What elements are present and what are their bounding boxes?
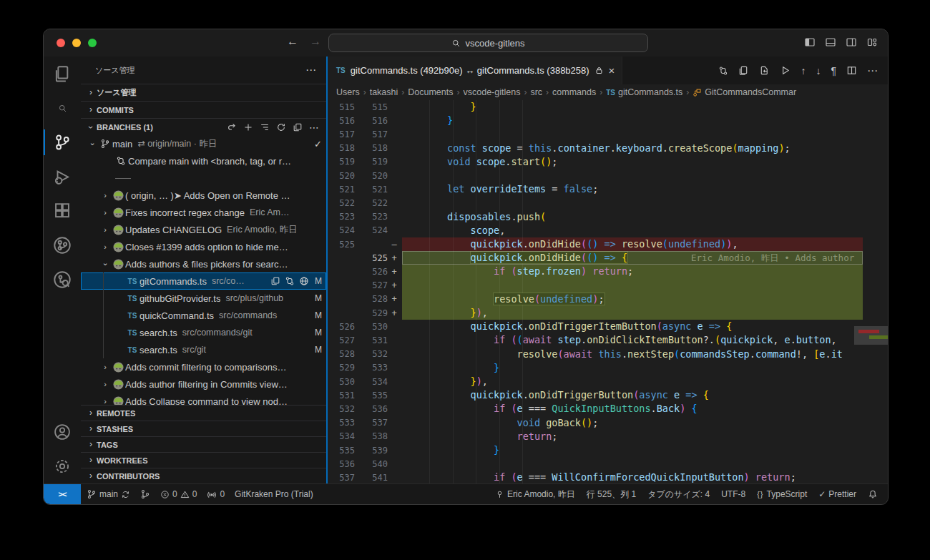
code-line-524[interactable]: 524524 scope, <box>326 224 888 237</box>
code-line-523[interactable]: 523523 disposables.push( <box>326 210 888 224</box>
code-line-532[interactable]: 528532 resolve(await this.nextStep(comma… <box>326 348 888 361</box>
code-line-534[interactable]: 530534 }), <box>326 375 888 388</box>
status-notifications[interactable] <box>863 484 882 504</box>
open-changes-icon[interactable] <box>738 65 749 76</box>
code-line-526[interactable]: 526+ if (step.frozen) return; <box>326 265 888 278</box>
chevron-right-icon[interactable]: › <box>99 225 111 234</box>
breadcrumb-item-gitcommandscommar[interactable]: GitCommandsCommar <box>692 87 796 97</box>
chevron-right-icon[interactable]: › <box>99 363 111 371</box>
tree-row-search.ts[interactable]: TSsearch.tssrc/gitM <box>81 341 326 358</box>
tree-row-compare-main-with-branc[interactable]: Compare main with <branch, tag, or r… <box>81 152 326 170</box>
split-editor-icon[interactable] <box>846 65 857 76</box>
breadcrumb-item-commands[interactable]: commands <box>552 87 596 97</box>
status-encoding[interactable]: UTF-8 <box>717 484 750 504</box>
breadcrumb-item-vscode-gitlens[interactable]: vscode-gitlens <box>464 87 521 97</box>
status-problems[interactable]: 00 <box>156 484 201 504</box>
code-line-525[interactable]: 525+ quickpick.onDidHide(() => {Eric Amo… <box>326 251 888 265</box>
tree-row-adds-authors-files-pic[interactable]: ⌄Adds authors & files pickers for searc… <box>81 255 326 272</box>
close-window-button[interactable] <box>57 39 65 47</box>
code-line-541[interactable]: 537541 if (e === WillConfirmForcedQuickI… <box>326 471 888 483</box>
activity-bar-item-source-control[interactable] <box>44 125 81 159</box>
duplicate-icon[interactable] <box>270 276 280 286</box>
more-icon[interactable]: ⋯ <box>867 64 878 77</box>
minimize-window-button[interactable] <box>72 39 81 47</box>
code-line-515[interactable]: 515515 } <box>326 100 888 114</box>
more-actions-icon[interactable]: ⋯ <box>305 64 316 77</box>
code-line-537[interactable]: 533537 void goBack(); <box>326 416 888 430</box>
close-tab-icon[interactable]: × <box>609 64 615 77</box>
code-line-538[interactable]: 534538 return; <box>326 430 888 443</box>
tree-row-closes-1399-adds-option[interactable]: ›Closes #1399 adds option to hide me… <box>81 238 326 255</box>
pane-TAGS[interactable]: ›TAGS <box>81 436 326 452</box>
tree-row-fixes-incorrect-regex-ch[interactable]: ›Fixes incorrect regex changeEric Am… <box>81 204 326 221</box>
tree-row-search.ts[interactable]: TSsearch.tssrc/commands/gitM <box>81 324 326 341</box>
breadcrumb-item-src[interactable]: src <box>530 87 542 97</box>
pane-branches[interactable]: ›BRANCHES (1)⋯ <box>81 118 326 135</box>
code-line-539[interactable]: 535539 } <box>326 443 888 457</box>
code-line-533[interactable]: 529533 } <box>326 361 888 375</box>
activity-bar-item-explorer[interactable] <box>44 57 81 91</box>
status-gitlens-status[interactable] <box>136 484 155 504</box>
layout-sidebar-right-icon[interactable] <box>846 36 857 48</box>
breadcrumb-item-documents[interactable]: Documents <box>408 87 453 97</box>
zoom-window-button[interactable] <box>88 39 97 47</box>
tree-row-adds-collapse-command-to[interactable]: ›Adds Collapse command to view nod… <box>81 393 326 405</box>
diff-editor[interactable]: 515515 }516516 }517517518518 const scope… <box>326 100 888 483</box>
status-blame[interactable]: Eric Amodio, 昨日 <box>491 484 579 504</box>
code-line-522[interactable]: 522522 <box>326 196 888 210</box>
breadcrumb-item-takashi[interactable]: takashi <box>370 87 398 97</box>
pane-WORKTREES[interactable]: ›WORKTREES <box>81 452 326 468</box>
code-line-520[interactable]: 520520 <box>326 169 888 182</box>
tree-row--origin-adds-open[interactable]: ›( origin, … )➤ Adds Open on Remote … <box>81 187 326 204</box>
code-line-525-deleted[interactable]: 525— quickpick.onDidHide(() => resolve(u… <box>326 237 888 251</box>
chevron-right-icon[interactable]: › <box>99 242 111 251</box>
next-change-icon[interactable]: ↓ <box>816 65 821 77</box>
activity-bar-item-settings[interactable] <box>44 449 81 483</box>
navigate-forward-button[interactable]: → <box>307 35 324 48</box>
git-compare-icon[interactable] <box>285 276 295 286</box>
code-line-519[interactable]: 519519 void scope.start(); <box>326 155 888 169</box>
status-language[interactable]: {}TypeScript <box>753 484 811 504</box>
command-center-search[interactable]: vscode-gitlens <box>328 34 648 52</box>
tree-row-main[interactable]: ⌄main ⇄ origin/main · 昨日✓ <box>81 135 326 152</box>
tree-row-adds-author-filtering-in[interactable]: ›Adds author filtering in Commits view… <box>81 375 326 393</box>
pane-COMMITS[interactable]: ›COMMITS <box>81 101 326 118</box>
status-tab-size[interactable]: タブのサイズ: 4 <box>643 484 714 504</box>
tree-row-gitcommands.ts[interactable]: TSgitCommands.tssrc/co…M <box>81 272 326 290</box>
status-gitkraken[interactable]: GitKraken Pro (Trial) <box>230 484 318 504</box>
layout-sidebar-left-icon[interactable] <box>804 36 816 48</box>
status-cursor-position[interactable]: 行 525、列 1 <box>582 484 640 504</box>
add-icon[interactable] <box>243 122 253 132</box>
pane-ソース管理[interactable]: ›ソース管理 <box>81 84 326 101</box>
pane-STASHES[interactable]: ›STASHES <box>81 421 326 436</box>
list-tree-icon[interactable] <box>260 122 270 132</box>
code-line-531[interactable]: 527531 if ((await step.onDidClickItemBut… <box>326 333 888 347</box>
tree-row-adds-commit-filtering-to[interactable]: ›Adds commit filtering to comparisons… <box>81 358 326 375</box>
pilcrow-icon[interactable]: ¶ <box>831 65 836 77</box>
code-line-530[interactable]: 526530 quickpick.onDidTriggerItemButton(… <box>326 320 888 333</box>
refresh-icon[interactable] <box>276 122 286 132</box>
activity-bar-item-gitlens[interactable] <box>44 228 81 262</box>
chevron-right-icon[interactable]: › <box>99 380 111 388</box>
code-line-517[interactable]: 517517 <box>326 127 888 141</box>
layout-customize-icon[interactable] <box>866 36 878 48</box>
pane-REMOTES[interactable]: ›REMOTES <box>81 405 326 421</box>
chevron-down-icon[interactable]: ⌄ <box>99 258 111 267</box>
more-actions-icon[interactable]: ⋯ <box>309 122 319 133</box>
duplicate-icon[interactable] <box>293 122 303 132</box>
chevron-right-icon[interactable]: › <box>99 397 111 405</box>
prev-change-icon[interactable]: ↑ <box>801 65 806 77</box>
tree-row-quickcommand.ts[interactable]: TSquickCommand.tssrc/commandsM <box>81 307 326 324</box>
activity-bar-item-gitlens-inspect[interactable] <box>44 262 81 297</box>
tree-row-githubgitprovider.ts[interactable]: TSgithubGitProvider.tssrc/plus/githubM <box>81 290 326 307</box>
switch-icon[interactable] <box>227 122 237 132</box>
layout-panel-icon[interactable] <box>825 36 836 48</box>
status-branch-status[interactable]: main <box>82 484 134 504</box>
globe-icon[interactable] <box>299 276 309 286</box>
code-line-536[interactable]: 532536 if (e === QuickInputButtons.Back)… <box>326 402 888 416</box>
code-line-540[interactable]: 536540 <box>326 457 888 471</box>
chevron-right-icon[interactable]: › <box>99 208 111 217</box>
status-prettier[interactable]: ✓Prettier <box>814 484 861 504</box>
code-line-516[interactable]: 516516 } <box>326 114 888 127</box>
code-line-521[interactable]: 521521 let overrideItems = false; <box>326 182 888 196</box>
